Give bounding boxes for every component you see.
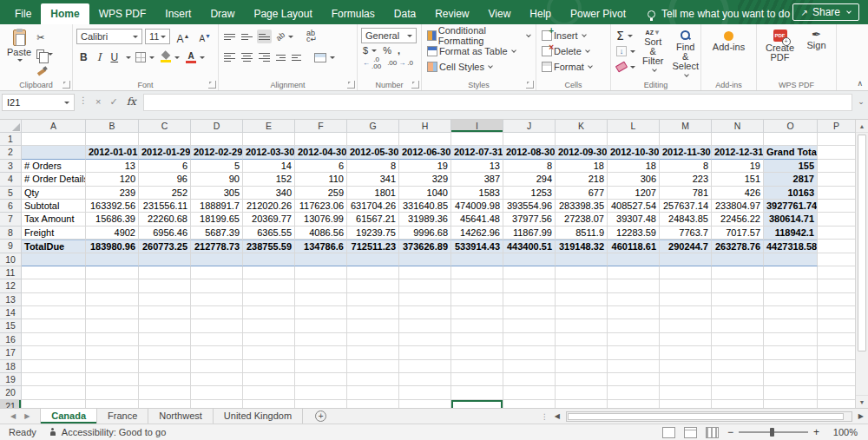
cell-B18[interactable] <box>86 360 139 373</box>
cell-O7[interactable]: 380614.71 <box>764 213 818 226</box>
cell-F9[interactable]: 134786.6 <box>295 240 347 253</box>
orientation-button[interactable]: ab <box>274 30 295 43</box>
cell-M14[interactable] <box>660 306 712 319</box>
clear-button[interactable] <box>615 60 637 74</box>
cell-L9[interactable]: 460118.61 <box>608 240 660 253</box>
cell-C14[interactable] <box>139 306 191 319</box>
column-header-K[interactable]: K <box>556 120 608 133</box>
cell-D1[interactable] <box>191 133 243 146</box>
cell-D15[interactable] <box>191 319 243 332</box>
cell-O4[interactable]: 2817 <box>764 173 818 186</box>
cell-B5[interactable]: 239 <box>86 187 139 200</box>
cell-J7[interactable]: 37977.56 <box>503 213 556 226</box>
cell-L2[interactable]: 2012-10-30 <box>608 146 660 159</box>
cell-H9[interactable]: 373626.89 <box>399 240 451 253</box>
cell-N14[interactable] <box>712 306 764 319</box>
cell-A18[interactable] <box>22 360 86 373</box>
cell-O6[interactable]: 3927761.74 <box>764 200 818 213</box>
cell-H11[interactable] <box>399 266 451 279</box>
cell-J21[interactable] <box>503 400 556 408</box>
italic-button[interactable]: I <box>94 49 105 65</box>
cell-M12[interactable] <box>660 279 712 292</box>
cell-F3[interactable]: 6 <box>295 160 347 173</box>
fill-button[interactable]: ↓ <box>615 44 637 58</box>
cell-J4[interactable]: 294 <box>503 173 556 186</box>
cell-D8[interactable]: 5687.39 <box>191 227 243 240</box>
column-header-J[interactable]: J <box>503 120 556 133</box>
cell-I10[interactable] <box>451 253 503 266</box>
cell-J8[interactable]: 11867.99 <box>503 227 556 240</box>
cell-O16[interactable] <box>764 333 818 346</box>
cell-O18[interactable] <box>764 360 818 373</box>
cell-L4[interactable]: 306 <box>608 173 660 186</box>
cell-L6[interactable]: 408527.54 <box>608 200 660 213</box>
align-right-button[interactable] <box>257 50 272 64</box>
cell-C1[interactable] <box>139 133 191 146</box>
cell-C3[interactable]: 6 <box>139 160 191 173</box>
copy-button[interactable] <box>35 47 55 61</box>
cell-N21[interactable] <box>712 400 764 408</box>
cell-G1[interactable] <box>347 133 399 146</box>
alignment-dialog-launcher-icon[interactable] <box>347 81 355 89</box>
cell-H1[interactable] <box>399 133 451 146</box>
cell-C16[interactable] <box>139 333 191 346</box>
cell-M3[interactable]: 8 <box>660 160 712 173</box>
accessibility-status[interactable]: Accessibility: Good to go <box>49 427 166 437</box>
cell-J14[interactable] <box>503 306 556 319</box>
cell-M15[interactable] <box>660 319 712 332</box>
cell-C10[interactable] <box>139 253 191 266</box>
cell-O1[interactable] <box>764 133 818 146</box>
cell-E1[interactable] <box>243 133 295 146</box>
cell-L21[interactable] <box>608 400 660 408</box>
cell-K17[interactable] <box>556 346 608 359</box>
bottom-align-button[interactable] <box>257 30 272 43</box>
scroll-up-icon[interactable]: ▲ <box>856 120 868 133</box>
cell-E18[interactable] <box>243 360 295 373</box>
cell-G18[interactable] <box>347 360 399 373</box>
cell-O5[interactable]: 10163 <box>764 187 818 200</box>
cell-C6[interactable]: 231556.11 <box>139 200 191 213</box>
cell-G6[interactable]: 631704.26 <box>347 200 399 213</box>
cell-I17[interactable] <box>451 346 503 359</box>
name-box[interactable]: I21 <box>2 94 75 111</box>
cell-H4[interactable]: 329 <box>399 173 451 186</box>
cell-O21[interactable] <box>764 400 818 408</box>
cell-B20[interactable] <box>86 386 139 399</box>
cell-D19[interactable] <box>191 373 243 386</box>
cell-E19[interactable] <box>243 373 295 386</box>
paste-button[interactable]: Paste <box>3 28 35 77</box>
new-sheet-button[interactable]: + <box>315 410 326 422</box>
cell-P16[interactable] <box>818 333 855 346</box>
cell-B21[interactable] <box>86 400 139 408</box>
conditional-formatting-button[interactable]: Conditional Formatting <box>425 29 532 43</box>
cell-K8[interactable]: 8511.9 <box>556 227 608 240</box>
caret-down-icon[interactable] <box>126 56 131 59</box>
cell-A20[interactable] <box>22 386 86 399</box>
column-header-P[interactable]: P <box>818 120 855 133</box>
scroll-left-icon[interactable]: ◀ <box>552 412 562 420</box>
styles-dialog-launcher-icon[interactable] <box>526 81 534 89</box>
cell-E6[interactable]: 212020.26 <box>243 200 295 213</box>
cell-A5[interactable]: Qty <box>22 187 86 200</box>
cell-I9[interactable]: 533914.43 <box>451 240 503 253</box>
cell-G13[interactable] <box>347 293 399 306</box>
cell-D5[interactable]: 305 <box>191 187 243 200</box>
cell-N11[interactable] <box>712 266 764 279</box>
cell-O15[interactable] <box>764 319 818 332</box>
cell-D16[interactable] <box>191 333 243 346</box>
cell-G15[interactable] <box>347 319 399 332</box>
cell-P20[interactable] <box>818 386 855 399</box>
select-all-corner[interactable] <box>0 120 22 133</box>
cell-I3[interactable]: 13 <box>451 160 503 173</box>
cell-L10[interactable] <box>608 253 660 266</box>
cell-N18[interactable] <box>712 360 764 373</box>
cell-J2[interactable]: 2012-08-30 <box>503 146 556 159</box>
cell-O14[interactable] <box>764 306 818 319</box>
top-align-button[interactable] <box>222 30 237 43</box>
row-header-5[interactable]: 5 <box>0 187 22 200</box>
cell-N19[interactable] <box>712 373 764 386</box>
cell-P11[interactable] <box>818 266 855 279</box>
cell-D12[interactable] <box>191 279 243 292</box>
cell-I13[interactable] <box>451 293 503 306</box>
cell-L14[interactable] <box>608 306 660 319</box>
